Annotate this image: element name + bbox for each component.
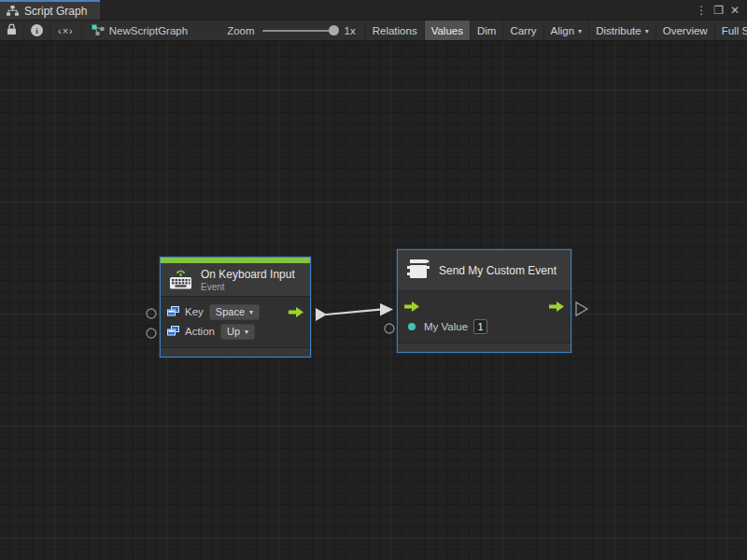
lock-icon (7, 23, 17, 37)
node-send-my-custom-event[interactable]: Send My Custom Event My Value 1 (397, 249, 571, 353)
carry-button[interactable]: Carry (502, 21, 543, 40)
node-subtitle: Event (201, 282, 295, 292)
lock-button[interactable] (0, 21, 24, 40)
my-value-input[interactable]: 1 (473, 319, 487, 334)
node-body: Key Space ▾ Action Up ▾ (161, 297, 310, 347)
input-port-action[interactable] (147, 329, 156, 338)
flow-output-triangle-outline[interactable] (576, 302, 587, 315)
variable-icon (167, 306, 179, 318)
custom-event-icon (406, 257, 430, 285)
zoom-control: Zoom 1x (218, 21, 365, 40)
chevron-down-icon: ▾ (249, 308, 253, 316)
code-icon: ‹×› (58, 25, 74, 36)
keyboard-icon (169, 267, 192, 293)
overview-button[interactable]: Overview (655, 21, 714, 40)
relations-button[interactable]: Relations (365, 21, 424, 40)
flow-input-arrow[interactable] (404, 301, 419, 312)
window-menu-icon[interactable]: ⋮ (696, 5, 707, 16)
tab-title: Script Graph (24, 5, 87, 18)
action-dropdown[interactable]: Up ▾ (220, 324, 255, 340)
toolbar-buttons: Relations Values Dim Carry Align▾ Distri… (365, 21, 747, 40)
node-body: My Value 1 (398, 291, 571, 343)
graph-hierarchy-icon (7, 6, 19, 16)
input-port-my-value[interactable] (385, 324, 394, 333)
close-icon[interactable]: ✕ (730, 5, 740, 16)
fullscreen-button[interactable]: Full S (714, 21, 747, 40)
align-button[interactable]: Align▾ (543, 21, 589, 40)
port-row-action: Action Up ▾ (167, 322, 303, 342)
values-button[interactable]: Values (424, 21, 470, 40)
node-title: Send My Custom Event (439, 264, 557, 277)
flow-output-triangle[interactable] (316, 308, 327, 321)
chevron-down-icon: ▾ (245, 328, 248, 336)
connection-arrowhead (380, 303, 393, 316)
chevron-down-icon: ▾ (645, 27, 649, 35)
graph-toolbar: i ‹×› NewScriptGraph Zoom 1x Relations V… (0, 20, 747, 41)
maximize-icon[interactable]: ❐ (713, 5, 724, 16)
port-label: Action (185, 326, 215, 337)
info-icon: i (31, 24, 43, 36)
dim-button[interactable]: Dim (470, 21, 502, 40)
port-row-flow (404, 297, 564, 316)
window-tab-bar: Script Graph ⋮ ❐ ✕ (0, 0, 747, 20)
zoom-slider[interactable] (262, 30, 337, 32)
graph-canvas[interactable]: On Keyboard Input Event Key Space ▾ (0, 41, 747, 560)
graph-name-group: NewScriptGraph (82, 21, 197, 40)
zoom-value: 1x (345, 25, 356, 36)
zoom-label: Zoom (227, 25, 254, 36)
port-label: Key (185, 306, 204, 317)
zoom-slider-handle[interactable] (329, 25, 339, 35)
port-row-key: Key Space ▾ (167, 302, 303, 322)
node-footer (161, 347, 310, 357)
node-title: On Keyboard Input (201, 268, 295, 281)
node-header[interactable]: On Keyboard Input Event (161, 263, 310, 297)
node-footer (398, 343, 571, 352)
tab-script-graph[interactable]: Script Graph (0, 0, 100, 20)
inspector-button[interactable]: i (24, 21, 50, 40)
port-row-my-value: My Value 1 (404, 316, 564, 336)
flow-output-arrow[interactable] (549, 301, 564, 312)
connection-wire[interactable] (326, 310, 380, 315)
input-port-key[interactable] (147, 309, 156, 318)
window-controls: ⋮ ❐ ✕ (696, 0, 747, 20)
key-dropdown[interactable]: Space ▾ (209, 304, 260, 320)
flow-port-arrow[interactable] (289, 307, 303, 317)
variable-icon (167, 326, 179, 338)
node-header[interactable]: Send My Custom Event (398, 250, 571, 291)
distribute-button[interactable]: Distribute▾ (588, 21, 655, 40)
code-view-button[interactable]: ‹×› (50, 21, 82, 40)
port-label: My Value (424, 321, 468, 332)
connection-layer (0, 41, 747, 560)
script-graph-asset-icon (92, 24, 105, 37)
node-on-keyboard-input[interactable]: On Keyboard Input Event Key Space ▾ (160, 257, 311, 357)
graph-name-label: NewScriptGraph (109, 25, 188, 36)
chevron-down-icon: ▾ (578, 27, 582, 35)
value-port-dot[interactable] (408, 323, 416, 330)
